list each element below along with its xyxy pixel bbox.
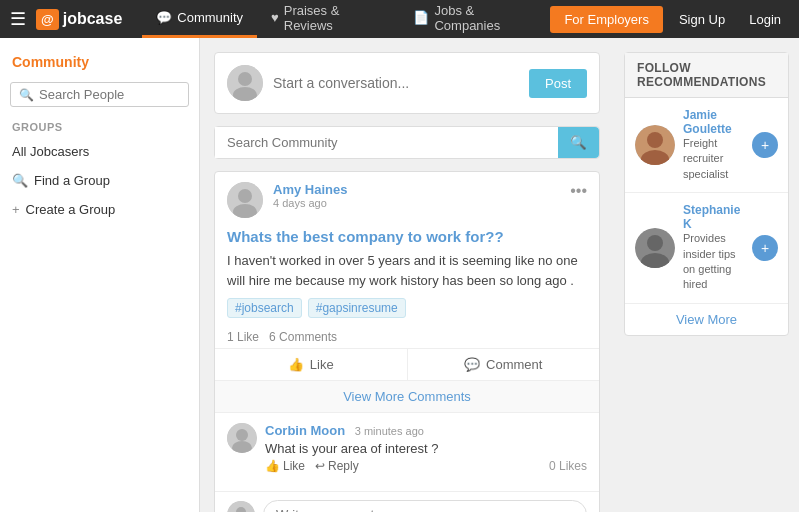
- follow-info-0: Jamie Goulette Freight recruiter special…: [683, 108, 744, 182]
- post-input[interactable]: [273, 75, 519, 91]
- post-menu-icon[interactable]: •••: [570, 182, 587, 200]
- follow-section: FOLLOW RECOMMENDATIONS Jamie Goulette Fr…: [624, 52, 789, 336]
- write-comment-avatar: [227, 501, 255, 513]
- follow-title: FOLLOW RECOMMENDATIONS: [625, 53, 788, 98]
- employer-button[interactable]: For Employers: [550, 6, 663, 33]
- sidebar-community-link[interactable]: Community: [0, 48, 199, 76]
- thumbsup-icon: 👍: [288, 357, 304, 372]
- community-search-button[interactable]: 🔍: [558, 127, 599, 158]
- main-feed: Post 🔍 Amy Haines 4 days ago: [200, 38, 614, 512]
- svg-point-1: [238, 72, 252, 86]
- svg-point-13: [647, 132, 663, 148]
- post-button[interactable]: Post: [529, 69, 587, 98]
- logo: @ jobcase: [36, 9, 122, 30]
- svg-point-16: [647, 235, 663, 251]
- follow-avatar-1: [635, 228, 675, 268]
- plus-icon: +: [12, 202, 20, 217]
- login-button[interactable]: Login: [741, 6, 789, 33]
- post-time: 4 days ago: [273, 197, 560, 209]
- sidebar-search-icon: 🔍: [19, 88, 34, 102]
- logo-text: jobcase: [63, 10, 123, 28]
- page-layout: Community 🔍 GROUPS All Jobcasers 🔍 Find …: [0, 38, 799, 512]
- search-icon: 🔍: [12, 173, 28, 188]
- comment-text: What is your area of interest ?: [265, 441, 587, 456]
- comment-button[interactable]: 💬 Comment: [408, 349, 600, 380]
- comment-author[interactable]: Corbin Moon: [265, 423, 345, 438]
- like-button[interactable]: 👍 Like: [215, 349, 408, 380]
- post-author-name[interactable]: Amy Haines: [273, 182, 560, 197]
- comment-like-button[interactable]: 👍 Like: [265, 459, 305, 473]
- nav-right: For Employers Sign Up Login: [550, 6, 789, 33]
- tag-jobsearch[interactable]: #jobsearch: [227, 298, 302, 318]
- comment-actions: 👍 Like ↩ Reply 0 Likes: [265, 459, 587, 473]
- find-group-label: Find a Group: [34, 173, 110, 188]
- post-likes-count: 1 Like: [227, 330, 259, 344]
- post-box: Post: [214, 52, 600, 114]
- top-navigation: ☰ @ jobcase 💬 Community ♥ Praises & Revi…: [0, 0, 799, 38]
- post-title[interactable]: Whats the best company to work for??: [215, 228, 599, 251]
- right-panel: FOLLOW RECOMMENDATIONS Jamie Goulette Fr…: [614, 38, 799, 512]
- follow-info-1: Stephanie K Provides insider tips on get…: [683, 203, 744, 293]
- follow-item-1: Stephanie K Provides insider tips on get…: [625, 193, 788, 304]
- post-header: Amy Haines 4 days ago •••: [215, 172, 599, 228]
- sidebar-item-find-group[interactable]: 🔍 Find a Group: [0, 166, 199, 195]
- comment-row: Corbin Moon 3 minutes ago What is your a…: [227, 423, 587, 473]
- comment-body: Corbin Moon 3 minutes ago What is your a…: [265, 423, 587, 473]
- sidebar: Community 🔍 GROUPS All Jobcasers 🔍 Find …: [0, 38, 200, 512]
- post-author-avatar: [227, 182, 263, 218]
- follow-name-0[interactable]: Jamie Goulette: [683, 108, 744, 136]
- view-more-comments[interactable]: View More Comments: [215, 380, 599, 412]
- view-more-link[interactable]: View More: [625, 304, 788, 335]
- comment-section: Corbin Moon 3 minutes ago What is your a…: [215, 412, 599, 491]
- nav-jobs[interactable]: 📄 Jobs & Companies: [399, 0, 550, 38]
- follow-item-0: Jamie Goulette Freight recruiter special…: [625, 98, 788, 193]
- follow-desc-1: Provides insider tips on getting hired: [683, 231, 744, 293]
- post-card: Amy Haines 4 days ago ••• Whats the best…: [214, 171, 600, 512]
- hamburger-icon[interactable]: ☰: [10, 8, 26, 30]
- post-tags: #jobsearch #gapsinresume: [215, 298, 599, 326]
- write-comment-row: [215, 491, 599, 512]
- svg-point-7: [236, 429, 248, 441]
- heart-icon: ♥: [271, 10, 279, 25]
- sidebar-search-box: 🔍: [10, 82, 189, 107]
- sidebar-item-create-group[interactable]: + Create a Group: [0, 195, 199, 224]
- post-meta: Amy Haines 4 days ago: [273, 182, 560, 209]
- follow-name-1[interactable]: Stephanie K: [683, 203, 744, 231]
- follow-button-1[interactable]: +: [752, 235, 778, 261]
- logo-icon: @: [36, 9, 59, 30]
- community-icon: 💬: [156, 10, 172, 25]
- signup-button[interactable]: Sign Up: [671, 6, 733, 33]
- nav-community[interactable]: 💬 Community: [142, 0, 257, 38]
- thumbsup-small-icon: 👍: [265, 459, 280, 473]
- groups-label: GROUPS: [0, 113, 199, 137]
- post-stats: 1 Like 6 Comments: [215, 326, 599, 348]
- post-actions: 👍 Like 💬 Comment: [215, 348, 599, 380]
- create-group-label: Create a Group: [26, 202, 116, 217]
- write-comment-input[interactable]: [263, 500, 587, 512]
- comment-time: 3 minutes ago: [355, 425, 424, 437]
- community-search-bar: 🔍: [214, 126, 600, 159]
- post-body: I haven't worked in over 5 years and it …: [215, 251, 599, 298]
- comment-likes-count: 0 Likes: [549, 459, 587, 473]
- jobs-icon: 📄: [413, 10, 429, 25]
- nav-links: 💬 Community ♥ Praises & Reviews 📄 Jobs &…: [142, 0, 550, 38]
- sidebar-item-all-jobcasers[interactable]: All Jobcasers: [0, 137, 199, 166]
- all-jobcasers-label: All Jobcasers: [12, 144, 89, 159]
- commenter-avatar: [227, 423, 257, 453]
- comment-icon: 💬: [464, 357, 480, 372]
- tag-gapsinresume[interactable]: #gapsinresume: [308, 298, 406, 318]
- comment-reply-button[interactable]: ↩ Reply: [315, 459, 359, 473]
- search-people-input[interactable]: [39, 87, 180, 102]
- follow-avatar-0: [635, 125, 675, 165]
- reply-icon: ↩: [315, 459, 325, 473]
- post-comments-count: 6 Comments: [269, 330, 337, 344]
- community-search-input[interactable]: [215, 127, 558, 158]
- nav-praises[interactable]: ♥ Praises & Reviews: [257, 0, 399, 38]
- svg-point-4: [238, 189, 252, 203]
- follow-button-0[interactable]: +: [752, 132, 778, 158]
- follow-desc-0: Freight recruiter specialist: [683, 136, 744, 182]
- user-avatar: [227, 65, 263, 101]
